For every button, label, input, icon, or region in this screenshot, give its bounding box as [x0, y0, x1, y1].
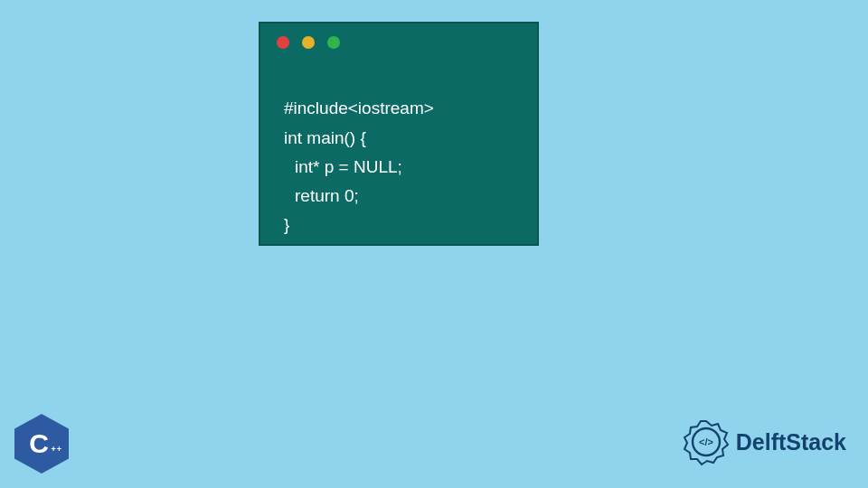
delftstack-logo: </> DelftStack — [682, 418, 846, 466]
code-line: } — [284, 215, 289, 234]
window-titlebar — [260, 23, 537, 56]
delftstack-label: DelftStack — [736, 429, 846, 455]
code-window: #include<iostream> int main() { int* p =… — [259, 22, 539, 246]
code-line: int* p = NULL; — [284, 153, 514, 182]
maximize-icon — [327, 36, 340, 49]
cpp-hexagon-icon: C ++ — [14, 414, 69, 474]
cpp-pluses: ++ — [51, 445, 62, 454]
close-icon — [277, 36, 289, 49]
code-line: #include<iostream> — [284, 99, 434, 117]
code-line: int main() { — [284, 128, 366, 147]
minimize-icon — [302, 36, 315, 49]
code-block: #include<iostream> int main() { int* p =… — [260, 56, 537, 269]
cpp-logo: C ++ — [14, 414, 69, 474]
delftstack-icon: </> — [682, 418, 731, 466]
delft-code-icon: </> — [699, 436, 713, 447]
code-line: return 0; — [284, 182, 514, 211]
cpp-letter: C — [29, 428, 49, 459]
